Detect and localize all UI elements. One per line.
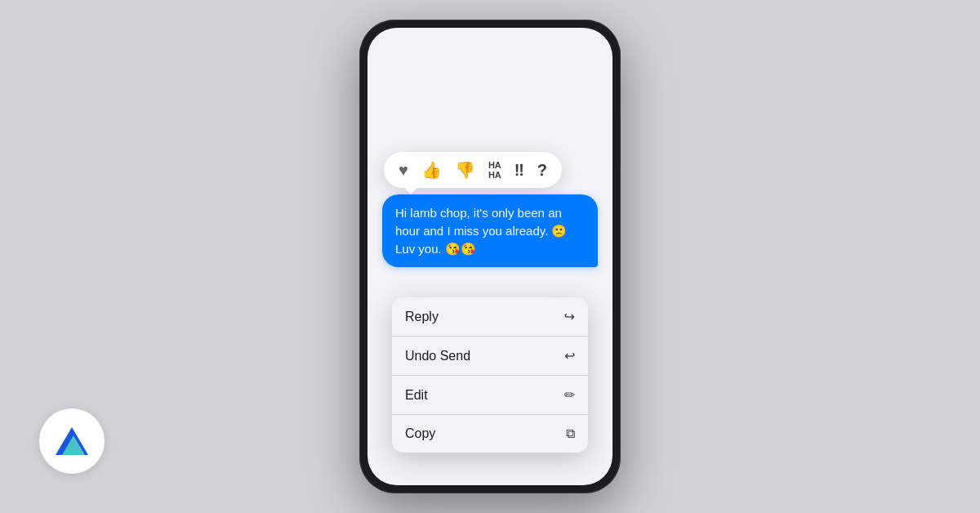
reaction-question-icon[interactable]: ?: [537, 161, 547, 180]
menu-item-reply-label: Reply: [405, 310, 439, 324]
reaction-thumbsup-icon[interactable]: 👍: [421, 160, 442, 180]
copy-icon: ⧉: [566, 426, 575, 441]
context-menu: Reply ↩ Undo Send ↩ Edit ✏ Copy ⧉: [392, 297, 588, 453]
menu-item-edit[interactable]: Edit ✏: [392, 376, 588, 415]
edit-icon: ✏: [564, 387, 575, 403]
reaction-pill: ♥ 👍 👎 HAHA ‼ ?: [384, 152, 562, 188]
message-bubble: Hi lamb chop, it's only been an hour and…: [382, 194, 598, 267]
menu-item-edit-label: Edit: [405, 388, 428, 403]
message-text: Hi lamb chop, it's only been an hour and…: [395, 206, 567, 256]
phone-frame: ♥ 👍 👎 HAHA ‼ ? Hi lamb chop, it's only b…: [359, 20, 621, 493]
logo-icon: [54, 426, 90, 457]
reaction-bar: ♥ 👍 👎 HAHA ‼ ?: [384, 152, 596, 188]
menu-item-undo-send[interactable]: Undo Send ↩: [392, 337, 588, 376]
reply-icon: ↩: [564, 309, 575, 324]
reaction-emphasize-icon[interactable]: ‼: [514, 161, 524, 180]
app-logo: [39, 408, 105, 474]
reaction-thumbsdown-icon[interactable]: 👎: [455, 160, 475, 180]
menu-item-reply[interactable]: Reply ↩: [392, 297, 588, 337]
undo-send-icon: ↩: [564, 348, 575, 364]
menu-item-undo-send-label: Undo Send: [405, 349, 470, 364]
power-button: [620, 118, 621, 167]
menu-item-copy[interactable]: Copy ⧉: [392, 415, 588, 453]
reaction-haha-icon[interactable]: HAHA: [488, 160, 501, 180]
phone-screen: ♥ 👍 👎 HAHA ‼ ? Hi lamb chop, it's only b…: [368, 28, 612, 485]
menu-item-copy-label: Copy: [405, 426, 435, 441]
reaction-heart-icon[interactable]: ♥: [399, 161, 408, 180]
message-bubble-area: Hi lamb chop, it's only been an hour and…: [382, 194, 598, 267]
